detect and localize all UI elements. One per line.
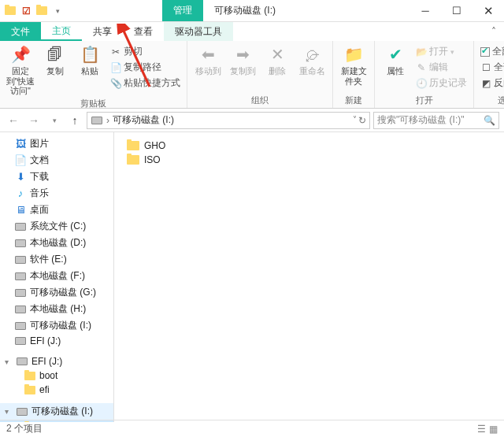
tree-removable-i-group[interactable]: 可移动磁盘 (I:) — [0, 403, 113, 420]
shortcut-icon: 📎 — [110, 78, 121, 89]
pin-icon: 📌 — [10, 44, 31, 65]
downloads-icon: ⬇ — [14, 172, 27, 183]
open-button[interactable]: 📂打开▾ — [414, 44, 469, 59]
tree-drive-c[interactable]: 系统文件 (C:) — [0, 218, 113, 235]
file-list[interactable]: GHO ISO — [114, 132, 504, 422]
group-organize: ⬅ 移动到 ➡ 复制到 ✕ 删除 ⌮ 重命名 组织 — [187, 41, 333, 108]
drive-icon — [14, 254, 27, 265]
search-input[interactable]: 搜索"可移动磁盘 (I:)" 🔍 — [373, 112, 499, 129]
tree-boot-folder[interactable]: boot — [0, 368, 113, 383]
manage-context-tab[interactable]: 管理 — [162, 0, 203, 21]
folder-icon — [127, 141, 139, 150]
path-icon: 📄 — [110, 62, 121, 73]
tab-drive-tools[interactable]: 驱动器工具 — [164, 22, 233, 41]
rename-icon: ⌮ — [302, 44, 322, 65]
drive-icon — [14, 287, 27, 298]
tab-share[interactable]: 共享 — [82, 22, 123, 41]
ribbon-collapse-button[interactable]: ˄ — [484, 22, 504, 41]
paste-button[interactable]: 📋 粘贴 — [74, 44, 106, 76]
pictures-icon: 🖼 — [14, 139, 27, 150]
drive-icon — [14, 320, 27, 331]
cut-button[interactable]: ✂剪切 — [109, 44, 182, 59]
tree-drive-f[interactable]: 本地磁盘 (F:) — [0, 268, 113, 284]
invert-selection-button[interactable]: ◩反向选择 — [479, 76, 504, 91]
history-button[interactable]: 🕘历史记录 — [414, 76, 469, 91]
history-icon: 🕘 — [416, 78, 427, 89]
select-all-button[interactable]: 全部选择 — [479, 44, 504, 59]
copy-button[interactable]: 🗐 复制 — [39, 44, 71, 76]
tree-drive-i[interactable]: 可移动磁盘 (I:) — [0, 317, 113, 334]
delete-button[interactable]: ✕ 删除 — [261, 44, 293, 76]
paste-shortcut-button[interactable]: 📎粘贴快捷方式 — [109, 76, 182, 91]
drive-icon — [14, 221, 27, 232]
tab-view[interactable]: 查看 — [123, 22, 164, 41]
tree-drive-e[interactable]: 软件 (E:) — [0, 251, 113, 268]
tree-drive-d[interactable]: 本地磁盘 (D:) — [0, 235, 113, 251]
invert-icon: ◩ — [480, 78, 491, 89]
rename-button[interactable]: ⌮ 重命名 — [296, 44, 328, 76]
group-label: 打开 — [380, 93, 469, 106]
drive-icon — [16, 356, 28, 367]
back-button[interactable]: ← — [5, 112, 22, 129]
search-icon: 🔍 — [484, 115, 495, 126]
tree-drive-j[interactable]: EFI (J:) — [0, 334, 113, 348]
recent-locations-button[interactable]: ▾ — [46, 112, 63, 129]
tab-home[interactable]: 主页 — [41, 22, 82, 41]
select-none-button[interactable]: ☐全部取消 — [479, 60, 504, 75]
navigation-bar: ← → ▾ ↑ › 可移动磁盘 (I:) ˅ ↻ 搜索"可移动磁盘 (I:)" … — [0, 109, 504, 132]
tree-music[interactable]: ♪音乐 — [0, 185, 113, 202]
folder-icon — [3, 4, 17, 18]
drive-icon — [91, 115, 103, 126]
properties-qat-icon[interactable]: ☑ — [19, 4, 33, 18]
new-folder-button[interactable]: 📁 新建文件夹 — [338, 44, 369, 86]
list-item[interactable]: GHO — [124, 139, 495, 153]
tree-downloads[interactable]: ⬇下载 — [0, 169, 113, 185]
group-label: 新建 — [338, 93, 369, 106]
ribbon-tabstrip: 文件 主页 共享 查看 驱动器工具 ˄ — [0, 22, 504, 41]
details-view-button[interactable]: ☰ — [477, 424, 486, 435]
tree-documents[interactable]: 📄文档 — [0, 152, 113, 169]
address-bar[interactable]: › 可移动磁盘 (I:) ˅ ↻ — [87, 112, 370, 129]
window-title: 可移动磁盘 (I:) — [203, 0, 287, 21]
copy-to-button[interactable]: ➡ 复制到 — [227, 44, 258, 76]
dropdown-icon[interactable]: ˅ — [353, 115, 357, 126]
folder-icon — [35, 4, 49, 18]
up-button[interactable]: ↑ — [66, 112, 83, 129]
icons-view-button[interactable]: ▦ — [489, 424, 498, 435]
open-icon: 📂 — [416, 46, 427, 57]
forward-button[interactable]: → — [25, 112, 43, 129]
tree-efi-folder[interactable]: efi — [0, 383, 113, 397]
drive-icon — [14, 304, 27, 315]
tree-drive-g[interactable]: 可移动磁盘 (G:) — [0, 284, 113, 301]
tree-efi-j-group[interactable]: EFI (J:) — [0, 354, 113, 368]
copy-path-button[interactable]: 📄复制路径 — [109, 60, 182, 75]
scissors-icon: ✂ — [110, 46, 121, 57]
breadcrumb[interactable]: 可移动磁盘 (I:) — [113, 113, 174, 127]
drive-icon — [14, 238, 27, 249]
deselect-icon: ☐ — [480, 62, 491, 73]
close-button[interactable]: ✕ — [472, 0, 504, 22]
qat-dropdown-icon[interactable]: ▾ — [50, 4, 65, 18]
properties-button[interactable]: ✔ 属性 — [380, 44, 411, 76]
group-clipboard: 📌 固定到"快速访问" 🗐 复制 📋 粘贴 ✂剪切 📄复制路径 📎粘贴快捷方式 … — [0, 41, 187, 108]
group-new: 📁 新建文件夹 新建 — [333, 41, 375, 108]
tree-drive-h[interactable]: 本地磁盘 (H:) — [0, 301, 113, 317]
navigation-tree[interactable]: 🖼图片 📄文档 ⬇下载 ♪音乐 🖥桌面 系统文件 (C:) 本地磁盘 (D:) … — [0, 132, 114, 422]
tree-desktop[interactable]: 🖥桌面 — [0, 202, 113, 218]
move-icon: ⬅ — [198, 44, 218, 65]
drive-icon — [14, 271, 27, 282]
list-item[interactable]: ISO — [124, 153, 495, 167]
maximize-button[interactable]: ☐ — [441, 0, 472, 22]
quick-access-toolbar: ☑ ▾ — [0, 4, 68, 18]
group-open: ✔ 属性 📂打开▾ ✎编辑 🕘历史记录 打开 — [375, 41, 474, 108]
window-titlebar: ☑ ▾ 管理 可移动磁盘 (I:) ─ ☐ ✕ — [0, 0, 504, 22]
tree-pictures[interactable]: 🖼图片 — [0, 135, 113, 152]
minimize-button[interactable]: ─ — [410, 0, 441, 22]
move-to-button[interactable]: ⬅ 移动到 — [192, 44, 224, 76]
status-bar: 2 个项目 ☰ ▦ — [0, 420, 504, 437]
pin-button[interactable]: 📌 固定到"快速访问" — [5, 44, 36, 96]
drive-icon — [16, 406, 28, 417]
edit-button[interactable]: ✎编辑 — [414, 60, 469, 75]
tab-file[interactable]: 文件 — [0, 22, 41, 41]
refresh-button[interactable]: ↻ — [358, 115, 366, 126]
